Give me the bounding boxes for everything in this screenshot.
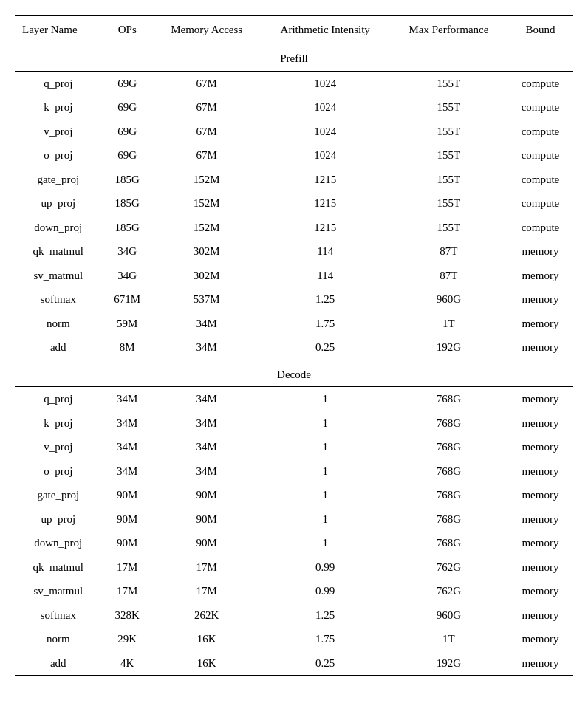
table-cell: compute bbox=[507, 120, 573, 144]
col-header-memory: Memory Access bbox=[153, 16, 261, 44]
table-cell: 67M bbox=[153, 95, 261, 120]
table-cell: 90M bbox=[102, 483, 153, 507]
section-label-prefill: Prefill bbox=[15, 44, 573, 72]
table-row: sv_matmul17M17M0.99762Gmemory bbox=[15, 579, 573, 603]
table-cell: 0.25 bbox=[260, 651, 390, 676]
table-row: softmax671M537M1.25960Gmemory bbox=[15, 287, 573, 312]
table-row: down_proj185G152M1215155Tcompute bbox=[15, 216, 573, 240]
table-cell: 302M bbox=[153, 239, 261, 264]
table-cell: 69G bbox=[102, 143, 153, 168]
table-cell: 8M bbox=[102, 335, 153, 360]
table-cell: 90M bbox=[102, 507, 153, 532]
table-cell: 960G bbox=[390, 603, 507, 628]
table-cell: compute bbox=[507, 143, 573, 168]
table-cell: memory bbox=[507, 387, 573, 411]
table-row: k_proj34M34M1768Gmemory bbox=[15, 411, 573, 436]
table-cell: 1T bbox=[390, 627, 507, 651]
table-cell: 17M bbox=[102, 555, 153, 580]
col-header-bound: Bound bbox=[507, 16, 573, 44]
table-row: add4K16K0.25192Gmemory bbox=[15, 651, 573, 676]
table-cell: sv_matmul bbox=[15, 264, 102, 288]
table-cell: 17M bbox=[153, 555, 261, 580]
table-cell: k_proj bbox=[15, 411, 102, 436]
table-cell: 34M bbox=[153, 459, 261, 484]
table-cell: add bbox=[15, 651, 102, 676]
table-row: v_proj69G67M1024155Tcompute bbox=[15, 120, 573, 144]
table-cell: 67M bbox=[153, 143, 261, 168]
table-row: gate_proj90M90M1768Gmemory bbox=[15, 483, 573, 507]
table-cell: 34M bbox=[153, 312, 261, 336]
table-cell: 67M bbox=[153, 120, 261, 144]
table-cell: 185G bbox=[102, 191, 153, 216]
table-cell: compute bbox=[507, 168, 573, 192]
table-cell: 90M bbox=[153, 531, 261, 555]
table-cell: memory bbox=[507, 579, 573, 603]
table-cell: q_proj bbox=[15, 387, 102, 411]
table-cell: 34M bbox=[102, 411, 153, 436]
table-cell: memory bbox=[507, 435, 573, 459]
table-cell: 1.25 bbox=[260, 603, 390, 628]
table-cell: 34G bbox=[102, 239, 153, 264]
table-cell: 16K bbox=[153, 627, 261, 651]
table-cell: 87T bbox=[390, 239, 507, 264]
table-row: q_proj34M34M1768Gmemory bbox=[15, 387, 573, 411]
table-cell: 29K bbox=[102, 627, 153, 651]
table-cell: 192G bbox=[390, 651, 507, 676]
table-cell: 34M bbox=[153, 435, 261, 459]
table-cell: 4K bbox=[102, 651, 153, 676]
table-row: k_proj69G67M1024155Tcompute bbox=[15, 95, 573, 120]
header-row: Layer Name OPs Memory Access Arithmetic … bbox=[15, 16, 573, 44]
table-cell: 59M bbox=[102, 312, 153, 336]
table-cell: memory bbox=[507, 335, 573, 360]
table-cell: up_proj bbox=[15, 507, 102, 532]
table-cell: 768G bbox=[390, 507, 507, 532]
table-cell: add bbox=[15, 335, 102, 360]
table-cell: compute bbox=[507, 191, 573, 216]
table-cell: 1215 bbox=[260, 216, 390, 240]
table-cell: sv_matmul bbox=[15, 579, 102, 603]
table-cell: up_proj bbox=[15, 191, 102, 216]
table-container: Layer Name OPs Memory Access Arithmetic … bbox=[15, 15, 573, 676]
table-cell: 1T bbox=[390, 312, 507, 336]
table-cell: 155T bbox=[390, 120, 507, 144]
table-cell: memory bbox=[507, 627, 573, 651]
table-cell: 114 bbox=[260, 239, 390, 264]
table-cell: v_proj bbox=[15, 435, 102, 459]
table-cell: 1.75 bbox=[260, 312, 390, 336]
table-cell: 16K bbox=[153, 651, 261, 676]
table-cell: q_proj bbox=[15, 72, 102, 96]
table-row: add8M34M0.25192Gmemory bbox=[15, 335, 573, 360]
table-cell: 192G bbox=[390, 335, 507, 360]
table-row: qk_matmul17M17M0.99762Gmemory bbox=[15, 555, 573, 580]
table-cell: 87T bbox=[390, 264, 507, 288]
table-cell: 768G bbox=[390, 531, 507, 555]
table-row: o_proj34M34M1768Gmemory bbox=[15, 459, 573, 484]
table-cell: compute bbox=[507, 72, 573, 96]
table-cell: softmax bbox=[15, 603, 102, 628]
table-cell: 1215 bbox=[260, 191, 390, 216]
table-cell: 328K bbox=[102, 603, 153, 628]
table-cell: 90M bbox=[102, 531, 153, 555]
table-cell: 1024 bbox=[260, 120, 390, 144]
section-header-prefill: Prefill bbox=[15, 44, 573, 72]
table-row: softmax328K262K1.25960Gmemory bbox=[15, 603, 573, 628]
table-cell: memory bbox=[507, 312, 573, 336]
table-cell: memory bbox=[507, 531, 573, 555]
table-cell: 1.25 bbox=[260, 287, 390, 312]
table-cell: 762G bbox=[390, 555, 507, 580]
table-cell: memory bbox=[507, 287, 573, 312]
table-row: norm59M34M1.751Tmemory bbox=[15, 312, 573, 336]
table-cell: memory bbox=[507, 411, 573, 436]
table-row: sv_matmul34G302M11487Tmemory bbox=[15, 264, 573, 288]
table-cell: norm bbox=[15, 312, 102, 336]
table-cell: 34M bbox=[153, 411, 261, 436]
table-cell: 90M bbox=[153, 483, 261, 507]
table-cell: 185G bbox=[102, 168, 153, 192]
table-cell: gate_proj bbox=[15, 483, 102, 507]
table-cell: 152M bbox=[153, 216, 261, 240]
table-row: gate_proj185G152M1215155Tcompute bbox=[15, 168, 573, 192]
table-cell: 69G bbox=[102, 120, 153, 144]
table-cell: memory bbox=[507, 459, 573, 484]
table-cell: 1 bbox=[260, 507, 390, 532]
table-cell: qk_matmul bbox=[15, 555, 102, 580]
